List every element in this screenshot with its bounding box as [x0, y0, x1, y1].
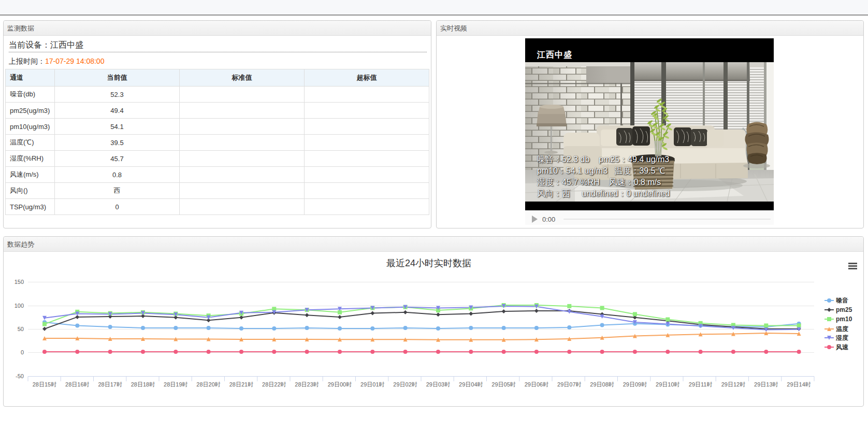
svg-text:28日17时: 28日17时: [98, 381, 122, 388]
svg-text:29日09时: 29日09时: [623, 381, 647, 388]
svg-text:28日16时: 28日16时: [65, 381, 89, 388]
svg-text:28日23时: 28日23时: [295, 381, 319, 388]
svg-text:100: 100: [15, 303, 24, 309]
svg-text:28日15时: 28日15时: [33, 381, 56, 388]
svg-text:温度: 温度: [836, 325, 848, 333]
svg-text:29日00时: 29日00时: [328, 381, 352, 388]
svg-text:0: 0: [21, 349, 24, 355]
svg-text:-50: -50: [16, 373, 24, 379]
svg-text:28日22时: 28日22时: [262, 381, 286, 388]
svg-text:29日01时: 29日01时: [360, 381, 384, 388]
svg-text:29日05时: 29日05时: [491, 381, 515, 388]
svg-text:29日13时: 29日13时: [754, 381, 778, 388]
svg-text:29日10时: 29日10时: [656, 381, 679, 388]
svg-text:29日03时: 29日03时: [426, 381, 450, 388]
svg-text:pm25: pm25: [836, 306, 852, 313]
svg-text:150: 150: [15, 279, 24, 285]
svg-text:最近24小时实时数据: 最近24小时实时数据: [386, 258, 471, 268]
svg-text:29日07时: 29日07时: [557, 381, 581, 388]
svg-text:29日11时: 29日11时: [689, 381, 713, 388]
svg-text:29日08时: 29日08时: [590, 381, 614, 388]
svg-text:50: 50: [18, 326, 24, 332]
svg-text:pm10: pm10: [836, 316, 852, 323]
svg-text:28日18时: 28日18时: [131, 381, 155, 388]
svg-text:噪音: 噪音: [836, 297, 848, 304]
svg-text:28日21时: 28日21时: [229, 381, 253, 388]
svg-text:风速: 风速: [835, 343, 849, 351]
svg-text:28日20时: 28日20时: [196, 381, 220, 388]
svg-text:29日02时: 29日02时: [393, 381, 417, 388]
svg-text:29日14时: 29日14时: [787, 381, 811, 388]
svg-text:29日06时: 29日06时: [525, 381, 548, 388]
svg-text:29日04时: 29日04时: [459, 381, 483, 388]
svg-text:湿度: 湿度: [835, 334, 848, 341]
svg-text:29日12时: 29日12时: [721, 381, 745, 388]
svg-text:28日19时: 28日19时: [164, 381, 187, 388]
